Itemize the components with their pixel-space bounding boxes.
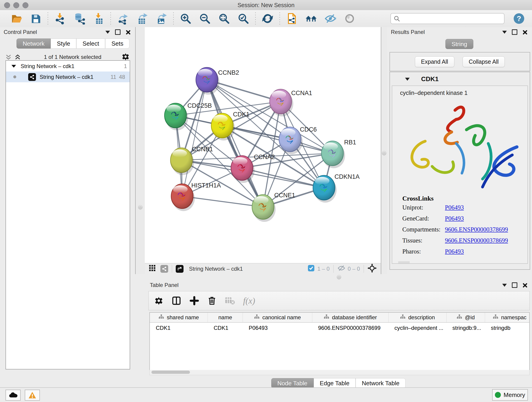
collapse-all-networks-icon[interactable] bbox=[6, 54, 12, 61]
table-horizontal-scrollbar[interactable] bbox=[149, 370, 530, 375]
zoom-in-button[interactable] bbox=[179, 12, 192, 26]
memory-button[interactable]: Memory bbox=[492, 389, 528, 401]
panel-menu-icon[interactable] bbox=[105, 31, 110, 34]
crosslink-link[interactable]: P06493 bbox=[445, 215, 464, 222]
open-in-window-icon[interactable] bbox=[176, 265, 184, 273]
results-close-panel-icon[interactable] bbox=[522, 30, 527, 34]
node-RB1[interactable]: RB1 bbox=[322, 139, 356, 168]
apply-layout-button[interactable] bbox=[261, 12, 274, 26]
memory-label: Memory bbox=[504, 391, 525, 399]
document-share-icon bbox=[286, 13, 298, 25]
node-CDKN1A[interactable]: CDKN1A bbox=[313, 173, 360, 203]
node-HIST1H1A[interactable]: HIST1H1A bbox=[171, 182, 221, 211]
birds-eye-grid-icon[interactable] bbox=[149, 265, 156, 273]
results-panel-menu-icon[interactable] bbox=[502, 31, 507, 34]
select-columns-icon[interactable] bbox=[172, 296, 181, 306]
network-canvas[interactable]: CCNB2CCNA1CDC25BCDK1CDC6RB1CCNB1CCNA2CDK… bbox=[145, 27, 381, 263]
search-box[interactable] bbox=[390, 13, 505, 24]
export-table-button[interactable] bbox=[135, 12, 149, 26]
save-icon bbox=[30, 13, 42, 25]
table-row[interactable]: CDK1CDK1P064939606.ENSP00000378699cyclin… bbox=[150, 322, 530, 333]
tab-select[interactable]: Select bbox=[76, 38, 105, 49]
node-label-CCNA2: CCNA2 bbox=[254, 153, 275, 160]
column-header-canonical-name[interactable]: canonical name bbox=[243, 313, 312, 322]
table-close-panel-icon[interactable] bbox=[522, 283, 527, 287]
delete-column-icon[interactable] bbox=[207, 296, 216, 306]
table-scrollbar-thumb[interactable] bbox=[152, 370, 190, 374]
crosslink-link[interactable]: 9606.ENSP00000378699 bbox=[445, 226, 508, 233]
tab-edge-table[interactable]: Edge Table bbox=[314, 378, 356, 388]
network-row-selected[interactable]: String Network – cdk1 11 48 bbox=[6, 71, 130, 82]
zoom-out-icon bbox=[199, 13, 211, 25]
horizontal-splitter[interactable] bbox=[145, 274, 532, 280]
expand-all-networks-icon[interactable] bbox=[15, 54, 21, 61]
warnings-button[interactable] bbox=[25, 390, 40, 401]
tab-string[interactable]: String bbox=[445, 39, 473, 49]
table-float-panel-icon[interactable] bbox=[512, 282, 517, 288]
expand-all-button[interactable]: Expand All bbox=[415, 56, 454, 67]
help-button[interactable]: ? bbox=[514, 13, 524, 24]
fit-selected-crosshair-icon[interactable] bbox=[367, 264, 377, 274]
entry-collapse-icon[interactable] bbox=[405, 78, 410, 81]
edge-CCNB2-HIST1H1A[interactable] bbox=[182, 80, 207, 196]
float-panel-icon[interactable] bbox=[115, 29, 120, 35]
zoom-out-button[interactable] bbox=[198, 12, 211, 26]
node-CCNB2[interactable]: CCNB2 bbox=[196, 67, 239, 95]
horizontal-splitter-handle[interactable] bbox=[337, 275, 341, 279]
right-splitter-handle[interactable] bbox=[382, 151, 386, 155]
close-panel-icon[interactable] bbox=[126, 30, 130, 34]
string-document-button[interactable] bbox=[285, 12, 298, 26]
zoom-fit-button[interactable] bbox=[217, 12, 231, 26]
add-column-icon[interactable] bbox=[190, 296, 199, 306]
network-collection-label: String Network – cdk1 bbox=[21, 63, 124, 70]
home-button[interactable] bbox=[304, 12, 318, 26]
import-network-database-button[interactable] bbox=[73, 12, 86, 26]
open-session-button[interactable] bbox=[10, 12, 23, 26]
column-header-shared-name[interactable]: shared name bbox=[150, 313, 208, 322]
export-image-button[interactable] bbox=[155, 12, 168, 26]
node-table[interactable]: shared namenamecanonical namedatabase id… bbox=[149, 312, 530, 371]
table-settings-gear-icon[interactable] bbox=[154, 296, 163, 305]
tab-style[interactable]: Style bbox=[51, 38, 76, 49]
column-header-database-identifier[interactable]: database identifier bbox=[312, 313, 389, 322]
tab-node-table[interactable]: Node Table bbox=[271, 378, 314, 388]
import-network-button[interactable] bbox=[53, 12, 67, 26]
left-splitter-handle[interactable] bbox=[138, 205, 143, 210]
export-network-button[interactable] bbox=[116, 12, 129, 26]
zoom-selected-button[interactable] bbox=[237, 12, 250, 26]
column-header-namespac[interactable]: namespac bbox=[485, 313, 530, 322]
cloud-status-button[interactable] bbox=[6, 390, 21, 401]
tab-network[interactable]: Network bbox=[17, 38, 51, 49]
selected-checkbox-icon[interactable] bbox=[308, 265, 315, 273]
hide-show-button[interactable] bbox=[324, 12, 337, 26]
column-header-name[interactable]: name bbox=[208, 313, 243, 322]
network-selection-summary: 1 of 1 Network selected bbox=[24, 54, 121, 60]
network-type-icon[interactable] bbox=[160, 265, 168, 273]
search-input[interactable] bbox=[400, 15, 501, 22]
left-splitter[interactable] bbox=[135, 27, 145, 274]
crosslink-row: Pharos:P06493 bbox=[402, 248, 527, 255]
tab-sets[interactable]: Sets bbox=[105, 38, 129, 49]
node-CCNE1[interactable]: CCNE1 bbox=[252, 192, 295, 222]
column-header--id[interactable]: @id bbox=[447, 313, 485, 322]
table-cell: CDK1 bbox=[150, 322, 208, 333]
toolbar-separator bbox=[48, 12, 48, 25]
node-CDK1[interactable]: CDK1 bbox=[211, 111, 249, 140]
entry-scrollbar-thumb[interactable] bbox=[398, 261, 410, 263]
results-float-panel-icon[interactable] bbox=[512, 29, 517, 35]
inspect-button[interactable] bbox=[343, 12, 356, 26]
node-CDC25B[interactable]: CDC25B bbox=[165, 102, 212, 130]
tab-network-table[interactable]: Network Table bbox=[355, 378, 405, 388]
column-header-description[interactable]: description bbox=[389, 313, 447, 322]
right-splitter[interactable] bbox=[381, 27, 387, 274]
save-session-button[interactable] bbox=[29, 12, 42, 26]
network-collection-row[interactable]: String Network – cdk1 1 bbox=[6, 61, 130, 71]
crosslink-link[interactable]: P06493 bbox=[445, 248, 464, 255]
toolbar-separator bbox=[279, 12, 280, 25]
crosslink-link[interactable]: P06493 bbox=[445, 204, 464, 211]
table-panel-menu-icon[interactable] bbox=[502, 284, 507, 287]
import-table-button[interactable] bbox=[92, 12, 105, 26]
node-CDC6[interactable]: CDC6 bbox=[279, 126, 317, 154]
crosslink-link[interactable]: 9606.ENSP00000378699 bbox=[445, 237, 508, 244]
collapse-all-button[interactable]: Collapse All bbox=[462, 56, 505, 67]
